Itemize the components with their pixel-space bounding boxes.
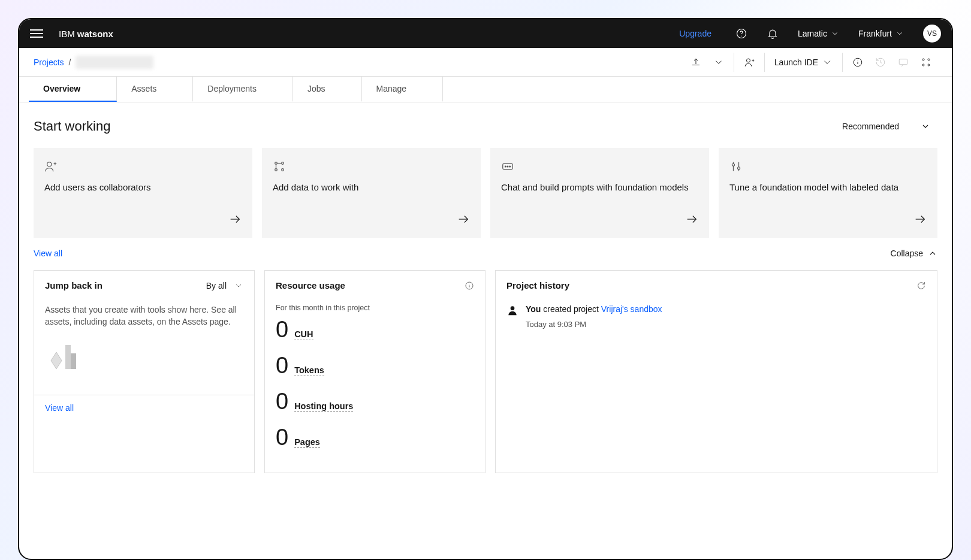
svg-point-21 (509, 166, 511, 167)
data-icon (273, 160, 286, 173)
history-button[interactable] (869, 52, 892, 72)
settings-button[interactable] (915, 52, 937, 72)
brand-name: watsonx (77, 29, 113, 39)
chat-button[interactable] (892, 52, 915, 72)
tab-deployments[interactable]: Deployments (193, 77, 293, 102)
svg-point-25 (732, 164, 734, 166)
notifications-icon[interactable] (767, 28, 779, 40)
tune-icon (729, 160, 743, 173)
metric-cuh: 0 CUH (276, 318, 474, 341)
tab-assets[interactable]: Assets (117, 77, 193, 102)
chevron-down-icon (822, 57, 833, 68)
export-dropdown[interactable] (707, 52, 730, 72)
launch-ide-label: Launch IDE (774, 57, 818, 67)
tabs: Overview Assets Deployments Jobs Manage (19, 77, 952, 102)
jump-view-all-link[interactable]: View all (45, 403, 74, 413)
sub-bar: Projects / Launch IDE (19, 48, 952, 77)
app-window: IBM watsonx Upgrade Lamatic Frankfurt VS… (18, 18, 953, 560)
menu-icon[interactable] (30, 27, 43, 40)
action-cards: Add users as collaborators Add data to w… (34, 148, 937, 238)
start-working-title: Start working (34, 119, 110, 134)
content: Start working Recommended Add users as c… (19, 102, 952, 556)
card-add-data[interactable]: Add data to work with (262, 148, 481, 238)
chevron-down-icon (895, 29, 904, 38)
breadcrumb-current-redacted (76, 56, 153, 69)
cards-footer: View all Collapse (34, 249, 937, 258)
org-label: Lamatic (798, 29, 827, 38)
history-item: You created project Vrijraj's sandbox (506, 304, 926, 316)
refresh-icon[interactable] (916, 281, 926, 290)
svg-point-7 (922, 64, 924, 66)
avatar[interactable]: VS (923, 25, 941, 43)
prompt-icon (501, 160, 514, 173)
jump-back-panel: Jump back in By all Assets that you crea… (34, 270, 255, 473)
add-user-icon (744, 57, 755, 68)
chevron-down-icon (713, 57, 724, 68)
metric-label: Pages (294, 437, 320, 448)
svg-point-14 (282, 169, 284, 171)
svg-marker-30 (51, 352, 62, 369)
add-collaborator-button[interactable] (738, 52, 761, 72)
metric-label: Hosting hours (294, 401, 353, 412)
panel-title: Project history (506, 280, 569, 290)
assets-illustration-icon (47, 339, 83, 375)
sort-dropdown[interactable]: Recommended (835, 117, 937, 136)
svg-point-9 (47, 162, 52, 167)
info-icon (852, 57, 863, 68)
tab-overview[interactable]: Overview (29, 77, 117, 102)
info-icon[interactable] (465, 281, 474, 290)
top-bar: IBM watsonx Upgrade Lamatic Frankfurt VS (19, 19, 952, 48)
grid-icon (921, 57, 931, 68)
collapse-button[interactable]: Collapse (891, 249, 937, 258)
card-title: Chat and build prompts with foundation m… (501, 181, 698, 213)
history-verb: created project (541, 304, 601, 314)
svg-point-13 (275, 169, 278, 171)
resource-usage-panel: Resource usage For this month in this pr… (264, 270, 486, 473)
history-icon (875, 57, 886, 68)
metric-pages: 0 Pages (276, 426, 474, 449)
upgrade-link[interactable]: Upgrade (679, 29, 711, 38)
chevron-down-icon (831, 29, 839, 38)
chevron-down-icon (234, 281, 243, 290)
user-icon (506, 304, 518, 316)
project-history-panel: Project history You created project Vrij… (495, 270, 937, 473)
svg-point-1 (741, 36, 741, 37)
arrow-right-icon (913, 213, 927, 226)
help-icon[interactable] (735, 28, 747, 40)
metric-label: Tokens (294, 365, 324, 376)
card-add-users[interactable]: Add users as collaborators (34, 148, 252, 238)
svg-point-19 (505, 166, 506, 167)
add-user-icon (44, 160, 58, 173)
history-target-link[interactable]: Vrijraj's sandbox (601, 304, 662, 314)
history-text: You created project Vrijraj's sandbox (526, 304, 662, 316)
metric-tokens: 0 Tokens (276, 354, 474, 377)
breadcrumb-root[interactable]: Projects (34, 57, 64, 67)
metric-value: 0 (276, 354, 288, 377)
card-chat-prompts[interactable]: Chat and build prompts with foundation m… (490, 148, 709, 238)
breadcrumb-separator: / (69, 57, 71, 67)
tab-jobs[interactable]: Jobs (293, 77, 362, 102)
jump-description: Assets that you create with tools show h… (45, 304, 243, 328)
info-button[interactable] (846, 52, 869, 72)
tab-manage[interactable]: Manage (362, 77, 444, 102)
chevron-down-icon (921, 122, 930, 131)
brand-label: IBM watsonx (59, 29, 113, 39)
card-tune-model[interactable]: Tune a foundation model with labeled dat… (719, 148, 937, 238)
export-button[interactable] (684, 52, 707, 72)
org-dropdown[interactable]: Lamatic (798, 29, 839, 38)
history-timestamp: Today at 9:03 PM (526, 320, 926, 329)
arrow-right-icon (457, 213, 470, 226)
metric-value: 0 (276, 426, 288, 449)
jump-filter-dropdown[interactable]: By all (206, 281, 243, 290)
card-title: Add data to work with (273, 181, 470, 213)
view-all-link[interactable]: View all (34, 249, 62, 258)
launch-ide-button[interactable]: Launch IDE (768, 52, 839, 72)
arrow-right-icon (685, 213, 698, 226)
svg-point-12 (282, 162, 284, 165)
svg-point-6 (928, 59, 930, 60)
svg-rect-29 (71, 353, 76, 369)
region-dropdown[interactable]: Frankfurt (858, 29, 904, 38)
panel-title: Jump back in (45, 280, 102, 290)
usage-caption: For this month in this project (276, 304, 474, 312)
svg-rect-4 (899, 59, 907, 64)
